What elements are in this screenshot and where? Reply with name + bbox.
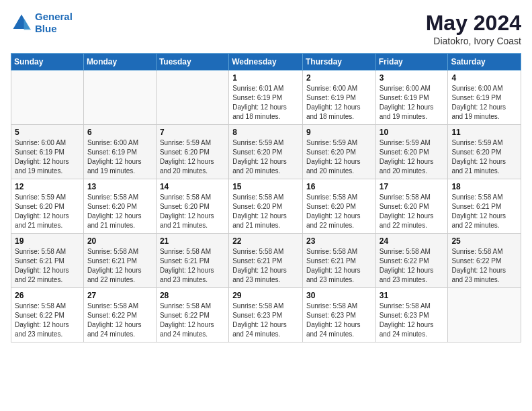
day-info: Sunrise: 5:59 AM Sunset: 6:20 PM Dayligh… <box>160 138 225 176</box>
day-info: Sunrise: 5:58 AM Sunset: 6:22 PM Dayligh… <box>380 247 445 285</box>
day-number: 24 <box>380 236 445 246</box>
day-info: Sunrise: 5:58 AM Sunset: 6:20 PM Dayligh… <box>306 193 372 230</box>
day-number: 6 <box>87 128 152 137</box>
day-info: Sunrise: 6:01 AM Sunset: 6:19 PM Dayligh… <box>232 84 299 122</box>
calendar-cell: 9Sunrise: 5:59 AM Sunset: 6:20 PM Daylig… <box>302 125 375 179</box>
day-number: 16 <box>306 182 372 191</box>
weekday-header-thursday: Thursday <box>302 54 375 71</box>
day-info: Sunrise: 5:58 AM Sunset: 6:20 PM Dayligh… <box>380 193 445 230</box>
weekday-header-row: SundayMondayTuesdayWednesdayThursdayFrid… <box>11 54 521 71</box>
day-info: Sunrise: 6:00 AM Sunset: 6:19 PM Dayligh… <box>306 84 372 122</box>
day-number: 13 <box>87 182 152 191</box>
calendar-cell: 22Sunrise: 5:58 AM Sunset: 6:21 PM Dayli… <box>229 234 303 288</box>
day-info: Sunrise: 5:58 AM Sunset: 6:23 PM Dayligh… <box>232 302 299 339</box>
calendar-cell: 12Sunrise: 5:59 AM Sunset: 6:20 PM Dayli… <box>11 179 84 234</box>
weekday-header-saturday: Saturday <box>448 54 521 71</box>
page-header: General Blue May 2024 Diatokro, Ivory Co… <box>11 11 521 46</box>
week-row-3: 12Sunrise: 5:59 AM Sunset: 6:20 PM Dayli… <box>11 179 521 234</box>
day-info: Sunrise: 5:58 AM Sunset: 6:22 PM Dayligh… <box>87 302 152 339</box>
calendar-cell <box>11 71 84 125</box>
logo: General Blue <box>11 11 73 35</box>
weekday-header-wednesday: Wednesday <box>229 54 303 71</box>
day-number: 27 <box>87 291 152 300</box>
day-info: Sunrise: 5:59 AM Sunset: 6:20 PM Dayligh… <box>306 138 372 176</box>
calendar-cell <box>83 71 156 125</box>
day-info: Sunrise: 6:00 AM Sunset: 6:19 PM Dayligh… <box>87 138 152 176</box>
weekday-header-sunday: Sunday <box>11 54 84 71</box>
logo-text: General Blue <box>35 11 73 35</box>
day-number: 8 <box>232 128 299 137</box>
day-info: Sunrise: 6:00 AM Sunset: 6:19 PM Dayligh… <box>15 138 80 176</box>
day-number: 30 <box>306 291 372 300</box>
calendar-cell: 11Sunrise: 5:59 AM Sunset: 6:20 PM Dayli… <box>448 125 521 179</box>
day-info: Sunrise: 5:59 AM Sunset: 6:20 PM Dayligh… <box>380 138 445 176</box>
calendar-cell: 18Sunrise: 5:58 AM Sunset: 6:21 PM Dayli… <box>448 179 521 234</box>
day-number: 3 <box>380 73 445 83</box>
location: Diatokro, Ivory Coast <box>426 36 521 46</box>
day-info: Sunrise: 5:59 AM Sunset: 6:20 PM Dayligh… <box>232 138 299 176</box>
calendar-cell: 23Sunrise: 5:58 AM Sunset: 6:21 PM Dayli… <box>302 234 375 288</box>
weekday-header-monday: Monday <box>83 54 156 71</box>
day-number: 19 <box>15 236 80 246</box>
calendar-cell: 3Sunrise: 6:00 AM Sunset: 6:19 PM Daylig… <box>375 71 448 125</box>
day-number: 29 <box>232 291 299 300</box>
day-info: Sunrise: 6:00 AM Sunset: 6:19 PM Dayligh… <box>380 84 445 122</box>
day-info: Sunrise: 6:00 AM Sunset: 6:19 PM Dayligh… <box>451 84 517 122</box>
calendar-cell: 16Sunrise: 5:58 AM Sunset: 6:20 PM Dayli… <box>302 179 375 234</box>
day-number: 1 <box>232 73 299 83</box>
calendar-cell: 30Sunrise: 5:58 AM Sunset: 6:23 PM Dayli… <box>302 288 375 342</box>
day-number: 18 <box>451 182 517 191</box>
calendar-cell: 7Sunrise: 5:59 AM Sunset: 6:20 PM Daylig… <box>156 125 228 179</box>
week-row-5: 26Sunrise: 5:58 AM Sunset: 6:22 PM Dayli… <box>11 288 521 342</box>
day-info: Sunrise: 5:58 AM Sunset: 6:21 PM Dayligh… <box>87 247 152 285</box>
week-row-4: 19Sunrise: 5:58 AM Sunset: 6:21 PM Dayli… <box>11 234 521 288</box>
calendar-cell: 17Sunrise: 5:58 AM Sunset: 6:20 PM Dayli… <box>375 179 448 234</box>
day-number: 20 <box>87 236 152 246</box>
calendar-cell: 25Sunrise: 5:58 AM Sunset: 6:22 PM Dayli… <box>448 234 521 288</box>
day-info: Sunrise: 5:58 AM Sunset: 6:21 PM Dayligh… <box>15 247 80 285</box>
day-info: Sunrise: 5:58 AM Sunset: 6:22 PM Dayligh… <box>451 247 517 285</box>
calendar-cell: 4Sunrise: 6:00 AM Sunset: 6:19 PM Daylig… <box>448 71 521 125</box>
week-row-2: 5Sunrise: 6:00 AM Sunset: 6:19 PM Daylig… <box>11 125 521 179</box>
calendar-cell <box>448 288 521 342</box>
day-number: 9 <box>306 128 372 137</box>
calendar-cell: 29Sunrise: 5:58 AM Sunset: 6:23 PM Dayli… <box>229 288 303 342</box>
day-number: 4 <box>451 73 517 83</box>
day-info: Sunrise: 5:58 AM Sunset: 6:20 PM Dayligh… <box>87 193 152 230</box>
day-info: Sunrise: 5:58 AM Sunset: 6:20 PM Dayligh… <box>232 193 299 230</box>
calendar-cell: 14Sunrise: 5:58 AM Sunset: 6:20 PM Dayli… <box>156 179 228 234</box>
calendar-cell: 15Sunrise: 5:58 AM Sunset: 6:20 PM Dayli… <box>229 179 303 234</box>
calendar-cell: 6Sunrise: 6:00 AM Sunset: 6:19 PM Daylig… <box>83 125 156 179</box>
month-title: May 2024 <box>426 11 521 36</box>
day-number: 5 <box>15 128 80 137</box>
logo-icon <box>11 12 32 34</box>
day-number: 10 <box>380 128 445 137</box>
calendar-cell: 26Sunrise: 5:58 AM Sunset: 6:22 PM Dayli… <box>11 288 84 342</box>
day-info: Sunrise: 5:59 AM Sunset: 6:20 PM Dayligh… <box>15 193 80 230</box>
day-info: Sunrise: 5:58 AM Sunset: 6:21 PM Dayligh… <box>306 247 372 285</box>
day-number: 2 <box>306 73 372 83</box>
day-number: 7 <box>160 128 225 137</box>
calendar-cell: 1Sunrise: 6:01 AM Sunset: 6:19 PM Daylig… <box>229 71 303 125</box>
svg-marker-1 <box>24 18 32 30</box>
calendar-cell: 8Sunrise: 5:59 AM Sunset: 6:20 PM Daylig… <box>229 125 303 179</box>
day-info: Sunrise: 5:58 AM Sunset: 6:21 PM Dayligh… <box>232 247 299 285</box>
day-info: Sunrise: 5:58 AM Sunset: 6:22 PM Dayligh… <box>15 302 80 339</box>
weekday-header-friday: Friday <box>375 54 448 71</box>
calendar-cell: 10Sunrise: 5:59 AM Sunset: 6:20 PM Dayli… <box>375 125 448 179</box>
day-number: 14 <box>160 182 225 191</box>
day-number: 25 <box>451 236 517 246</box>
calendar-cell: 27Sunrise: 5:58 AM Sunset: 6:22 PM Dayli… <box>83 288 156 342</box>
day-number: 23 <box>306 236 372 246</box>
day-info: Sunrise: 5:58 AM Sunset: 6:20 PM Dayligh… <box>160 193 225 230</box>
week-row-1: 1Sunrise: 6:01 AM Sunset: 6:19 PM Daylig… <box>11 71 521 125</box>
calendar: SundayMondayTuesdayWednesdayThursdayFrid… <box>11 53 521 342</box>
calendar-cell: 28Sunrise: 5:58 AM Sunset: 6:22 PM Dayli… <box>156 288 228 342</box>
day-number: 15 <box>232 182 299 191</box>
calendar-cell: 20Sunrise: 5:58 AM Sunset: 6:21 PM Dayli… <box>83 234 156 288</box>
calendar-cell: 2Sunrise: 6:00 AM Sunset: 6:19 PM Daylig… <box>302 71 375 125</box>
day-number: 28 <box>160 291 225 300</box>
day-number: 11 <box>451 128 517 137</box>
day-number: 12 <box>15 182 80 191</box>
weekday-header-tuesday: Tuesday <box>156 54 228 71</box>
